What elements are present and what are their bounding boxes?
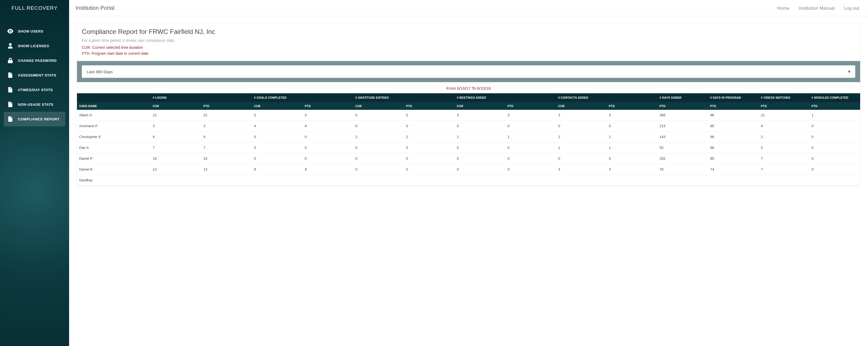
sidebar-item-change-password[interactable]: CHANGE PASSWORD [4,53,65,68]
column-sub-header: PTD [404,102,455,110]
cell-value [303,175,353,186]
column-sub-header: CUR [252,102,303,110]
user-icon [7,42,13,49]
cell-value: 96 [708,142,759,153]
cell-value: 2 [353,132,404,142]
cell-value: 3 [150,121,201,132]
sidebar-item-non-usage-stats[interactable]: NON-USAGE STATS [4,97,65,112]
cell-value: 0 [252,132,303,142]
cell-value: 1 [455,132,505,142]
sidebar-item--times-day-stats[interactable]: #TIMES/DAY STATS [4,82,65,97]
sidebar-item-assessment-stats[interactable]: ASSESSMENT STATS [4,68,65,82]
cell-value: 0 [252,142,303,153]
cell-value: 2 [404,132,455,142]
cell-value: 0 [809,164,860,175]
cell-value [353,175,404,186]
cell-value [607,175,657,186]
column-sub-header: PTD [657,102,708,110]
column-sub-header: CUR [353,102,404,110]
sidebar-item-label: SHOW USERS [18,29,43,33]
cell-value: 3 [556,110,607,121]
cell-user-name: Daniel R [77,164,150,175]
table-row: Daniel P1616000000002028570 [77,153,860,164]
topbar-link-institution-manual[interactable]: Institution Manual [799,6,835,11]
file-icon [7,116,13,122]
cell-value: 0 [404,110,455,121]
cell-value: 0 [404,164,455,175]
portal-title: Institution Portal [75,5,114,11]
panel-subtitle: For a given time period, it shows user c… [82,38,855,42]
column-group-header: # MODULES COMPLETED [809,93,860,102]
file-icon [7,72,13,78]
sidebar-nav: SHOW USERSSHOW LICENSESCHANGE PASSWORDAS… [0,24,69,126]
cell-value: 0 [303,132,353,142]
sidebar-item-show-users[interactable]: SHOW USERS [4,24,65,38]
cell-value: 0 [505,121,556,132]
column-group-header: # MEETINGS ADDED [455,93,556,102]
cell-value [202,175,252,186]
cell-value: 0 [809,153,860,164]
cell-value: 13 [202,164,252,175]
cell-value: 16 [202,153,252,164]
column-sub-header: PTD [303,102,353,110]
cell-value [455,175,505,186]
cell-value: 0 [303,153,353,164]
legend-ptd: PTD: Program start date to current date [82,51,855,56]
cell-value: 0 [607,121,657,132]
topbar-link-home[interactable]: Home [777,6,789,11]
cell-value: 96 [708,132,759,142]
cell-value: 4 [252,121,303,132]
table-row: Christopher S44002211111439620 [77,132,860,142]
topbar-link-log-out[interactable]: Log out [844,6,859,11]
cell-value: 22 [202,110,252,121]
cell-value: 3 [607,110,657,121]
table-row: Albert G22220000333326896211 [77,110,860,121]
cell-value: 0 [353,142,404,153]
cell-value: 0 [353,110,404,121]
sidebar-item-compliance-report[interactable]: COMPLIANCE REPORT [4,112,65,126]
cell-value [759,175,809,186]
cell-value: 85 [708,153,759,164]
column-group-header: # GOALS COMPLETED [252,93,353,102]
eye-icon [7,28,13,34]
cell-value: 1 [556,132,607,142]
cell-value: 78 [657,164,708,175]
sidebar-item-label: CHANGE PASSWORD [18,59,57,63]
cell-user-name: Christopher S [77,132,150,142]
compliance-panel: Compliance Report for FRWC Fairfield NJ,… [77,23,860,186]
column-group-header: # LOGINS [150,93,252,102]
legend-cur: CUR: Current selected time duration [82,45,855,50]
column-group-header: # VIDEOS WATCHED [759,93,809,102]
column-sub-header: CUR [455,102,505,110]
cell-value: 4 [759,121,809,132]
cell-value: 1 [607,142,657,153]
cell-value: 0 [809,132,860,142]
cell-value: 2 [759,132,809,142]
cell-user-name: Daniel P [77,153,150,164]
cell-value: 0 [809,121,860,132]
column-group-header: # CONTACTS ADDED [556,93,657,102]
cell-value: 202 [657,153,708,164]
time-range-select[interactable]: Last 365 Days ▼ [82,65,855,78]
panel-title: Compliance Report for FRWC Fairfield NJ,… [82,28,855,35]
cell-value: 1 [607,132,657,142]
cell-value: 213 [657,121,708,132]
cell-value: 0 [404,142,455,153]
sidebar-item-show-licenses[interactable]: SHOW LICENSES [4,38,65,53]
cell-value: 0 [353,121,404,132]
column-sub-header: USER NAME [77,102,150,110]
sidebar-item-label: SHOW LICENSES [18,44,49,48]
cell-value [252,175,303,186]
cell-value: 0 [252,153,303,164]
date-range-text: From 6/16/17 To 6/15/18 [77,82,860,93]
cell-value: 0 [505,164,556,175]
chevron-down-icon: ▼ [847,70,851,74]
sidebar-item-label: ASSESSMENT STATS [18,73,56,77]
cell-value: 21 [759,110,809,121]
cell-value: 3 [607,164,657,175]
cell-value: 1 [809,110,860,121]
cell-value: 0 [455,142,505,153]
cell-value: 0 [505,142,556,153]
cell-value: 16 [150,153,201,164]
cell-value: 0 [809,142,860,153]
